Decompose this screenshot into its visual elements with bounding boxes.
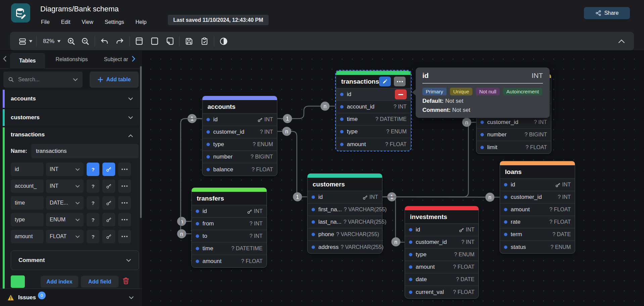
- field-nullable-toggle[interactable]: ?: [87, 196, 99, 210]
- undo-icon[interactable]: [99, 36, 110, 47]
- table-field-row[interactable]: time? DATETIME: [192, 243, 267, 255]
- table-field-row[interactable]: number? BIGINT: [476, 129, 551, 141]
- add-table-icon[interactable]: [133, 36, 145, 47]
- field-primary-key-toggle[interactable]: [102, 163, 115, 176]
- share-button[interactable]: Share: [584, 7, 630, 19]
- sidebar-table-accounts[interactable]: accounts: [3, 90, 139, 108]
- table-field-row[interactable]: balance? FLOAT: [202, 163, 277, 176]
- table-title[interactable]: investments: [405, 210, 478, 224]
- field-nullable-toggle[interactable]: ?: [87, 213, 99, 226]
- zoom-select[interactable]: 82%: [40, 38, 61, 45]
- table-field-row[interactable]: amount? FLOAT: [192, 255, 267, 267]
- add-index-button[interactable]: Add index: [41, 276, 78, 288]
- layout-options-icon[interactable]: [17, 36, 28, 47]
- app-logo[interactable]: [11, 3, 30, 23]
- add-field-button[interactable]: Add field: [81, 276, 119, 288]
- table-field-row[interactable]: address? VARCHAR(255): [308, 241, 382, 253]
- table-name-input[interactable]: transactions: [31, 144, 139, 158]
- diagram-table-accounts[interactable]: accountsidINTcustomer_id? INTtype? ENUMn…: [202, 96, 277, 176]
- diagram-table-transfers[interactable]: transfersidINTfrom? INTto? INTtime? DATE…: [191, 187, 267, 268]
- field-type-select[interactable]: INT: [46, 163, 84, 176]
- field-more-options-button[interactable]: [118, 179, 131, 193]
- table-field-row[interactable]: time? DATETIME: [336, 113, 411, 126]
- field-primary-key-toggle[interactable]: [102, 196, 115, 210]
- menu-edit[interactable]: Edit: [61, 19, 71, 25]
- add-table-button[interactable]: Add table: [90, 72, 139, 88]
- caret-down-icon[interactable]: [29, 40, 33, 43]
- diagram-table-customers[interactable]: customersidINTfirst_na...? VARCHAR(255)l…: [307, 173, 382, 254]
- table-field-row[interactable]: customer_id? INT: [500, 191, 575, 204]
- table-field-row[interactable]: type? ENUM: [405, 249, 478, 261]
- field-more-options-button[interactable]: [118, 196, 131, 210]
- theme-toggle-icon[interactable]: [218, 36, 229, 47]
- table-field-row[interactable]: from? INT: [192, 218, 267, 230]
- table-field-row[interactable]: customer_id? INT: [202, 126, 277, 138]
- relationship-line[interactable]: [277, 131, 307, 197]
- table-field-row[interactable]: customer_id? INT: [405, 236, 478, 249]
- table-field-row[interactable]: term? DATE: [500, 228, 575, 241]
- table-field-row[interactable]: amount? FLOAT: [405, 261, 478, 273]
- field-more-options-button[interactable]: [118, 163, 131, 176]
- delete-table-icon[interactable]: [122, 276, 130, 287]
- table-title[interactable]: accounts: [202, 100, 277, 114]
- table-title[interactable]: customers: [308, 178, 382, 191]
- table-field-row[interactable]: idINT: [500, 179, 575, 191]
- menu-file[interactable]: File: [41, 19, 50, 25]
- add-note-icon[interactable]: [164, 36, 176, 47]
- sidebar-scrollbar[interactable]: [140, 66, 142, 218]
- field-name-input[interactable]: time: [11, 196, 44, 210]
- table-field-row[interactable]: rate? FLOAT: [500, 216, 575, 228]
- field-type-select[interactable]: DATE...: [46, 196, 84, 210]
- sidebar-table-customers[interactable]: customers: [3, 109, 139, 126]
- chevron-down-icon[interactable]: [73, 78, 78, 81]
- field-type-select[interactable]: ENUM: [46, 213, 84, 226]
- edit-table-button[interactable]: [379, 77, 391, 86]
- zoom-level[interactable]: 82%: [43, 38, 54, 45]
- table-title[interactable]: loans: [500, 165, 575, 179]
- field-more-options-button[interactable]: [118, 230, 131, 243]
- field-primary-key-toggle[interactable]: [102, 179, 115, 193]
- tabs-scroll-right-icon[interactable]: [132, 56, 136, 63]
- redo-icon[interactable]: [114, 36, 126, 47]
- field-primary-key-toggle[interactable]: [102, 213, 115, 226]
- table-field-row[interactable]: account_id? INT: [336, 101, 411, 113]
- comment-section[interactable]: Comment: [11, 251, 139, 270]
- table-more-options-button[interactable]: [394, 77, 406, 86]
- tab-subject-areas[interactable]: Subject ar: [103, 56, 130, 62]
- field-primary-key-toggle[interactable]: [102, 230, 115, 243]
- table-title[interactable]: transactions: [336, 75, 411, 88]
- tab-relationships[interactable]: Relationships: [54, 56, 89, 62]
- tab-tables[interactable]: Tables: [10, 53, 45, 69]
- zoom-in-icon[interactable]: [65, 36, 77, 47]
- diagram-table-loans[interactable]: loansidINTcustomer_id? INTamount? FLOATr…: [500, 161, 575, 254]
- delete-field-button[interactable]: [395, 89, 407, 99]
- table-field-row[interactable]: date? DATE: [405, 273, 478, 286]
- table-field-row[interactable]: id: [336, 88, 411, 101]
- menu-help[interactable]: Help: [136, 19, 147, 25]
- zoom-out-icon[interactable]: [80, 36, 91, 47]
- table-field-row[interactable]: phone? VARCHAR(255): [308, 228, 382, 241]
- collapse-toolbar-icon[interactable]: [616, 36, 627, 47]
- table-title[interactable]: transfers: [192, 192, 267, 205]
- table-field-row[interactable]: amount? FLOAT: [336, 138, 411, 150]
- table-field-row[interactable]: first_na...? VARCHAR(255): [308, 204, 382, 216]
- table-field-row[interactable]: idINT: [405, 224, 478, 236]
- save-icon[interactable]: [183, 36, 195, 47]
- field-name-input[interactable]: type: [11, 213, 44, 226]
- field-nullable-toggle[interactable]: ?: [87, 230, 99, 243]
- table-field-row[interactable]: customer_id? INT: [476, 116, 551, 129]
- table-color-swatch[interactable]: [11, 275, 25, 288]
- table-field-row[interactable]: idINT: [308, 191, 382, 204]
- table-field-row[interactable]: last_na...? VARCHAR(255): [308, 216, 382, 228]
- todo-icon[interactable]: [199, 36, 210, 47]
- table-field-row[interactable]: amount? FLOAT: [500, 204, 575, 216]
- search-input[interactable]: Search...: [3, 72, 83, 88]
- field-nullable-toggle[interactable]: ?: [87, 163, 99, 176]
- diagram-table-investments[interactable]: investmentsidINTcustomer_id? INTtype? EN…: [405, 206, 479, 299]
- field-type-select[interactable]: FLOAT: [46, 230, 84, 243]
- table-field-row[interactable]: limit? FLOAT: [476, 141, 551, 154]
- field-name-input[interactable]: amount: [11, 230, 44, 243]
- field-more-options-button[interactable]: [118, 213, 131, 226]
- table-field-row[interactable]: idINT: [192, 205, 267, 218]
- field-name-input[interactable]: id: [11, 163, 44, 176]
